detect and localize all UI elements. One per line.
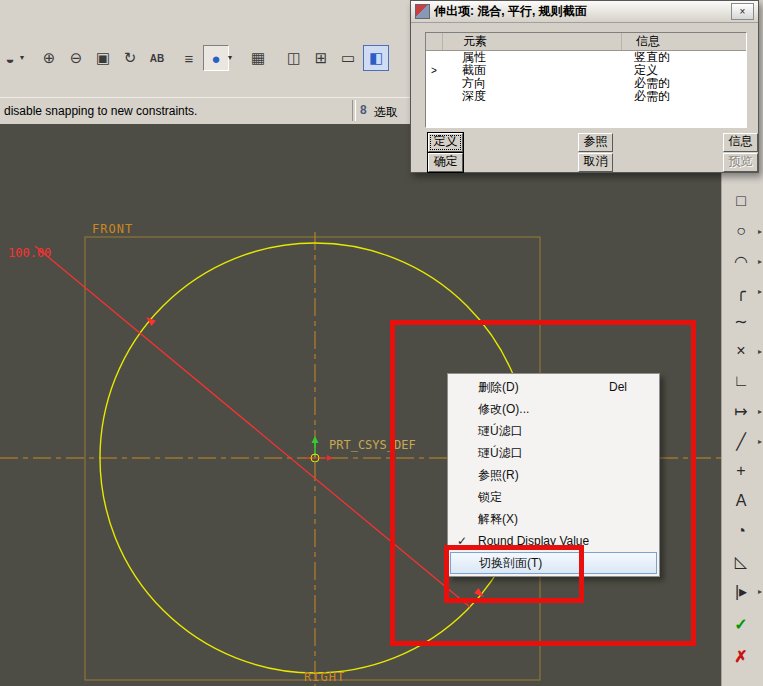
fillet-tool[interactable]: ╭: [728, 278, 754, 304]
use-edge-icon: ↦: [734, 402, 747, 421]
csys-x-arrow-icon: [327, 455, 333, 461]
ok-button[interactable]: 确定: [428, 153, 463, 172]
chevron-down-icon[interactable]: ▾: [20, 53, 24, 62]
close-icon: ×: [740, 6, 746, 17]
separator: [352, 100, 356, 121]
rectangle-tool[interactable]: □: [728, 188, 754, 214]
preview-button: 预览: [723, 153, 758, 172]
column-header-element[interactable]: 元素: [443, 33, 622, 50]
spin-center-button[interactable]: ●: [203, 45, 229, 71]
flyout-arrow-icon[interactable]: ▸: [758, 437, 762, 446]
dialog-title: 伸出项: 混合, 平行, 规则截面: [434, 3, 727, 20]
row-marker: [426, 51, 442, 64]
use-edge-tool[interactable]: ↦: [728, 398, 754, 424]
flyout-arrow-icon[interactable]: ▸: [758, 587, 762, 596]
zoom-out-button[interactable]: ⊖: [63, 45, 89, 71]
right-datum-label[interactable]: RIGHT: [304, 670, 345, 684]
accept-button[interactable]: ✓: [728, 611, 754, 637]
spline-tool[interactable]: ∼: [728, 308, 754, 334]
point-icon: ×: [736, 342, 745, 360]
chevron-down-icon[interactable]: ▾: [228, 53, 232, 62]
zoom-fit-button[interactable]: ▣: [90, 45, 116, 71]
table-header-row: 元素 信息: [426, 33, 746, 51]
view-grid-button[interactable]: ▦: [245, 45, 271, 71]
modify-tool[interactable]: ◔: [728, 518, 754, 544]
quit-button[interactable]: ✗: [728, 643, 754, 669]
csys-tool[interactable]: ∟: [728, 368, 754, 394]
tag-display-icon: AB: [150, 53, 164, 64]
active-window-button[interactable]: ◧: [363, 45, 389, 71]
repaint-button[interactable]: ↻: [117, 45, 143, 71]
window-new-button[interactable]: ⊞: [308, 45, 334, 71]
datum-display-icon: ◒: [5, 50, 14, 67]
zoom-out-icon: ⊖: [70, 49, 83, 67]
circle-tool[interactable]: ○: [728, 218, 754, 244]
flyout-arrow-icon[interactable]: ▸: [758, 287, 762, 296]
datum-display-button[interactable]: ◒: [0, 45, 20, 71]
zoom-fit-icon: ▣: [96, 49, 110, 67]
flyout-arrow-icon[interactable]: ▸: [758, 407, 762, 416]
dialog-icon: [415, 4, 430, 19]
info-button[interactable]: 信息: [723, 133, 758, 152]
arc-tool[interactable]: ◠: [728, 248, 754, 274]
flyout-arrow-icon[interactable]: ▸: [758, 227, 762, 236]
spin-center-icon: ●: [211, 50, 220, 67]
modify-icon: ◔: [736, 522, 746, 540]
table-gutter: [426, 33, 443, 50]
offset-edge-tool[interactable]: ╱: [728, 428, 754, 454]
flyout-arrow-icon[interactable]: ▸: [758, 347, 762, 356]
layers-button[interactable]: ≡: [176, 45, 202, 71]
view-grid-icon: ▦: [251, 49, 265, 67]
offset-edge-icon: ╱: [736, 432, 746, 451]
row-marker: [426, 77, 442, 90]
text-tool[interactable]: A: [728, 488, 754, 514]
define-button[interactable]: 定义: [428, 133, 463, 152]
dimension-icon: +: [736, 462, 745, 480]
circle-icon: ○: [736, 222, 746, 240]
zoom-in-button[interactable]: ⊕: [36, 45, 62, 71]
row-marker: [426, 90, 442, 103]
snap-lock-icon[interactable]: 8: [360, 103, 367, 117]
layers-icon: ≡: [185, 50, 194, 67]
flyout-arrow-icon[interactable]: ▸: [758, 257, 762, 266]
chamfer-icon: ◺: [735, 552, 747, 571]
csys-y-arrow-icon: [312, 436, 319, 443]
window-new-icon: ⊞: [315, 49, 328, 67]
element-table: 元素 信息 属性 竖直的 > 截面 定义 方向 必需的 深度 必需的: [425, 32, 747, 128]
dimension-tool[interactable]: +: [728, 458, 754, 484]
annotation-rectangle-small: [444, 545, 584, 603]
front-datum-label[interactable]: FRONT: [92, 222, 133, 236]
table-row[interactable]: 深度 必需的: [426, 90, 746, 103]
select-status-label: 选取: [374, 104, 398, 121]
row-marker: >: [426, 64, 442, 77]
active-window-icon: ◧: [369, 49, 383, 67]
spline-icon: ∼: [734, 312, 747, 331]
element-cell: 深度: [442, 90, 620, 103]
status-message: disable snapping to new constraints.: [4, 104, 197, 118]
refs-button[interactable]: 参照: [578, 133, 613, 152]
dimension-value[interactable]: 100.00: [8, 246, 51, 260]
app-window: ◒ ▾ ⊕ ⊖ ▣ ↻ AB ≡ ● ▾ ▦ ◫ ⊞ ▭ ◧ disable s…: [0, 0, 763, 686]
cancel-button[interactable]: 取消: [578, 153, 613, 172]
arc-icon: ◠: [734, 252, 748, 271]
close-button[interactable]: ×: [731, 3, 754, 20]
chamfer-tool[interactable]: ◺: [728, 548, 754, 574]
point-tool[interactable]: ×: [728, 338, 754, 364]
cross-icon: ✗: [734, 647, 747, 666]
element-dialog: 伸出项: 混合, 平行, 规则截面 × 元素 信息 属性 竖直的 > 截面 定义…: [410, 0, 759, 173]
rectangle-icon: □: [736, 192, 746, 210]
mirror-icon: |▸: [735, 582, 747, 601]
window-tile-icon: ◫: [287, 49, 301, 67]
window-wide-icon: ▭: [341, 49, 355, 67]
fillet-icon: ╭: [736, 282, 746, 301]
mirror-tool[interactable]: |▸: [728, 578, 754, 604]
window-tile-button[interactable]: ◫: [281, 45, 307, 71]
check-icon: ✓: [734, 615, 747, 634]
csys-icon: ∟: [733, 372, 749, 390]
window-wide-button[interactable]: ▭: [335, 45, 361, 71]
column-header-info[interactable]: 信息: [622, 33, 746, 50]
dialog-titlebar[interactable]: 伸出项: 混合, 平行, 规则截面 ×: [411, 1, 758, 23]
repaint-icon: ↻: [124, 49, 137, 67]
info-cell: 必需的: [620, 90, 746, 103]
tag-display-button[interactable]: AB: [144, 45, 170, 71]
